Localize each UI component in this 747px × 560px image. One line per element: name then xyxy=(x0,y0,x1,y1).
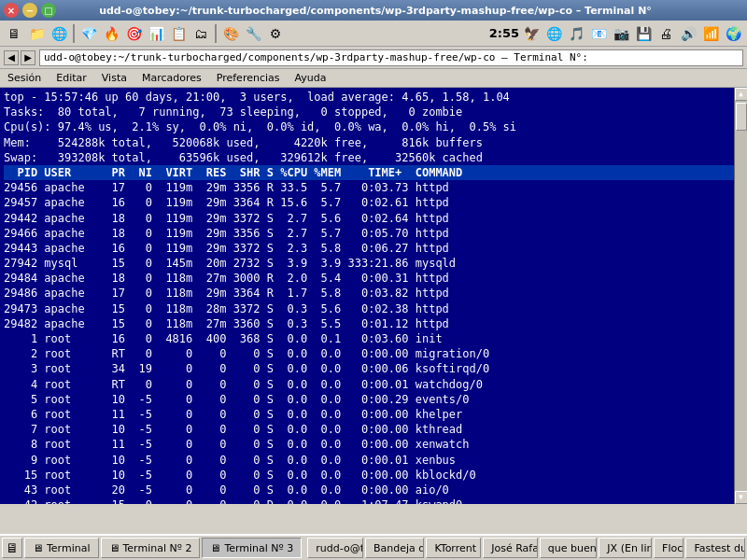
terminal-line: 27942 mysql 15 0 145m 20m 2732 S 3.9 3.9… xyxy=(4,256,743,271)
taskbar-button-label-0: rudd-o@tobe... xyxy=(316,542,363,554)
app-icon-1[interactable]: 🖥 xyxy=(4,23,24,44)
app-icon-10[interactable]: 🎨 xyxy=(220,23,241,44)
app-icon-right-9[interactable]: 📶 xyxy=(700,23,721,44)
terminal-tab-icon-1: 🖥 xyxy=(109,542,120,554)
terminal-lines-container: top - 15:57:46 up 60 days, 21:00, 3 user… xyxy=(4,90,743,504)
terminal-line: 8 root 11 -5 0 0 0 S 0.0 0.0 0:00.00 xen… xyxy=(4,437,743,452)
taskbar-button-2[interactable]: KTorrent – Ko... xyxy=(426,538,481,558)
taskbar-button-label-7: Fastest dugg s... xyxy=(694,542,745,554)
scroll-up-button[interactable]: ▲ xyxy=(735,88,748,101)
terminal-line: 15 root 10 -5 0 0 0 S 0.0 0.0 0:00.00 kb… xyxy=(4,468,743,483)
back-button[interactable]: ◀ xyxy=(4,50,19,65)
terminal-line: Mem: 524288k total, 520068k used, 4220k … xyxy=(4,135,743,150)
taskbar-button-label-4: que buena pa... xyxy=(548,542,598,554)
app-icon-right-2[interactable]: 🌐 xyxy=(543,23,564,44)
app-icon-right-6[interactable]: 💾 xyxy=(633,23,654,44)
terminal-line: 3 root 34 19 0 0 0 S 0.0 0.0 0:00.06 kso… xyxy=(4,361,743,376)
scroll-down-button[interactable]: ▼ xyxy=(735,491,748,504)
app-icon-9[interactable]: 🗂 xyxy=(190,23,211,44)
taskbar-button-5[interactable]: JX (En linear... xyxy=(599,538,652,558)
app-icon-right-10[interactable]: 🌍 xyxy=(723,23,743,44)
terminal-tab-label-0: Terminal xyxy=(47,542,91,554)
terminal-line: Tasks: 80 total, 7 running, 73 sleeping,… xyxy=(4,105,743,119)
app-icon-11[interactable]: 🔧 xyxy=(243,23,263,44)
terminal-line: 6 root 11 -5 0 0 0 S 0.0 0.0 0:00.00 khe… xyxy=(4,407,743,422)
terminal-line: 29482 apache 15 0 118m 27m 3360 S 0.3 5.… xyxy=(4,316,743,331)
taskbar-button-label-3: José Rafael –... xyxy=(491,542,537,554)
app-icon-5[interactable]: 🔥 xyxy=(101,23,121,44)
terminal-line: 29486 apache 17 0 118m 29m 3364 R 1.7 5.… xyxy=(4,286,743,301)
app-icon-12[interactable]: ⚙ xyxy=(265,23,286,44)
terminal-line: 43 root 20 -5 0 0 0 S 0.0 0.0 0:00.00 ai… xyxy=(4,483,743,497)
taskbar-button-0[interactable]: rudd-o@tobe... xyxy=(307,538,363,558)
taskbar: 🖥 🖥 Terminal🖥 Terminal Nº 2🖥 Terminal Nº… xyxy=(0,534,747,560)
forward-button[interactable]: ▶ xyxy=(21,50,35,65)
terminal-line: 1 root 16 0 4816 400 368 S 0.0 0.1 0:03.… xyxy=(4,331,743,346)
app-icon-6[interactable]: 🎯 xyxy=(123,23,144,44)
terminal-line: 29466 apache 18 0 119m 29m 3356 S 2.7 5.… xyxy=(4,226,743,241)
terminal-line: 29473 apache 15 0 118m 28m 3372 S 0.3 5.… xyxy=(4,301,743,316)
terminal-line: Swap: 393208k total, 63596k used, 329612… xyxy=(4,150,743,165)
menu-edit[interactable]: Editar xyxy=(52,72,91,84)
menu-view[interactable]: Vista xyxy=(98,72,131,84)
terminal-line: 29456 apache 17 0 119m 29m 3356 R 33.5 5… xyxy=(4,180,743,195)
terminal-line: 5 root 10 -5 0 0 0 S 0.0 0.0 0:00.29 eve… xyxy=(4,392,743,407)
terminal-tabs: 🖥 Terminal🖥 Terminal Nº 2🖥 Terminal Nº 3 xyxy=(24,538,302,558)
menu-bar: Sesión Editar Vista Marcadores Preferenc… xyxy=(0,69,747,88)
taskbar-button-label-5: JX (En linear... xyxy=(607,542,652,554)
terminal-tab-label-1: Terminal Nº 2 xyxy=(123,542,192,554)
taskbar-button-label-1: Bandeja de en... xyxy=(374,542,424,554)
close-window-button[interactable]: × xyxy=(4,3,19,18)
taskbar-buttons: rudd-o@tobe...Bandeja de en...KTorrent –… xyxy=(307,538,745,558)
terminal-line: top - 15:57:46 up 60 days, 21:00, 3 user… xyxy=(4,90,743,105)
app-icon-right-5[interactable]: 📷 xyxy=(611,23,631,44)
menu-help[interactable]: Ayuda xyxy=(290,72,330,84)
app-icon-right-8[interactable]: 🔊 xyxy=(678,23,698,44)
terminal-tab-0[interactable]: 🖥 Terminal xyxy=(24,538,99,558)
app-icon-8[interactable]: 📋 xyxy=(168,23,189,44)
terminal-line: 29484 apache 18 0 118m 27m 3000 R 2.0 5.… xyxy=(4,271,743,286)
terminal-tab-icon-2: 🖥 xyxy=(210,542,220,554)
window-title: udd-o@tobey:~/trunk-turbocharged/compone… xyxy=(56,5,695,17)
terminal-tab-label-2: Terminal Nº 3 xyxy=(224,542,293,554)
terminal-line: 2 root RT 0 0 0 0 S 0.0 0.0 0:00.00 migr… xyxy=(4,346,743,361)
terminal-line: 29457 apache 16 0 119m 29m 3364 R 15.6 5… xyxy=(4,195,743,210)
taskbar-button-3[interactable]: José Rafael –... xyxy=(483,538,537,558)
app-icon-right-4[interactable]: 📧 xyxy=(588,23,609,44)
terminal-line: 4 root RT 0 0 0 0 S 0.0 0.0 0:00.01 watc… xyxy=(4,377,743,392)
taskbar-button-1[interactable]: Bandeja de en... xyxy=(365,538,424,558)
terminal-line: 29442 apache 18 0 119m 29m 3372 S 2.7 5.… xyxy=(4,211,743,226)
start-button[interactable]: 🖥 xyxy=(2,538,22,558)
terminal-line: 9 root 10 -5 0 0 0 S 0.0 0.0 0:00.01 xen… xyxy=(4,453,743,468)
menu-bookmarks[interactable]: Marcadores xyxy=(138,72,205,84)
minimize-window-button[interactable]: − xyxy=(22,3,37,18)
menu-session[interactable]: Sesión xyxy=(4,72,45,84)
terminal-line: 29443 apache 16 0 119m 29m 3372 S 2.3 5.… xyxy=(4,241,743,256)
address-bar: ◀ ▶ xyxy=(0,47,747,69)
terminal-line: Cpu(s): 97.4% us, 2.1% sy, 0.0% ni, 0.0%… xyxy=(4,119,743,134)
address-input[interactable] xyxy=(39,49,743,66)
taskbar-button-7[interactable]: Fastest dugg s... xyxy=(685,538,745,558)
menu-preferences[interactable]: Preferencias xyxy=(213,72,284,84)
app-icon-4[interactable]: 💎 xyxy=(78,23,99,44)
app-icon-right-7[interactable]: 🖨 xyxy=(655,23,676,44)
app-icon-3[interactable]: 🌐 xyxy=(49,23,69,44)
terminal-tab-2[interactable]: 🖥 Terminal Nº 3 xyxy=(202,538,302,558)
app-icon-right-3[interactable]: 🎵 xyxy=(566,23,586,44)
terminal-line: PID USER PR NI VIRT RES SHR S %CPU %MEM … xyxy=(4,165,743,180)
app-icon-2[interactable]: 📁 xyxy=(26,23,47,44)
terminal-content: top - 15:57:46 up 60 days, 21:00, 3 user… xyxy=(0,88,747,504)
scrollbar[interactable]: ▲ ▼ xyxy=(734,88,747,504)
clock: 2:55 xyxy=(489,26,519,40)
terminal-tab-1[interactable]: 🖥 Terminal Nº 2 xyxy=(101,538,201,558)
scroll-thumb[interactable] xyxy=(736,103,747,131)
taskbar-button-4[interactable]: que buena pa... xyxy=(540,538,598,558)
maximize-window-button[interactable]: □ xyxy=(41,3,56,18)
app-icon-right-1[interactable]: 🦅 xyxy=(521,23,542,44)
taskbar-button-6[interactable]: Flock xyxy=(654,538,684,558)
taskbar-button-label-6: Flock xyxy=(662,542,684,554)
terminal-tab-icon-0: 🖥 xyxy=(33,542,43,554)
titlebar: × − □ udd-o@tobey:~/trunk-turbocharged/c… xyxy=(0,0,747,21)
system-bar: 🖥 📁 🌐 💎 🔥 🎯 📊 📋 🗂 🎨 🔧 ⚙ 2:55 🦅 🌐 🎵 📧 📷 💾… xyxy=(0,21,747,47)
app-icon-7[interactable]: 📊 xyxy=(146,23,166,44)
